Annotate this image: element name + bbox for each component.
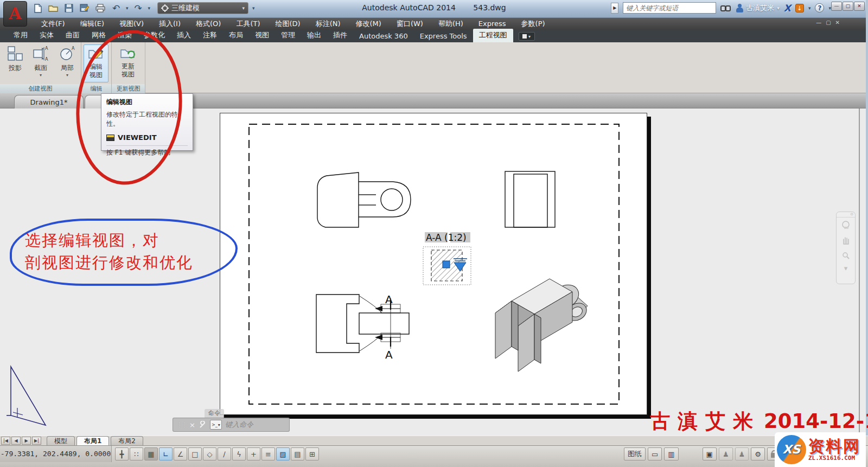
dynamic-input-button[interactable]: + (247, 447, 260, 460)
wrench-icon[interactable] (199, 421, 207, 429)
help-icon[interactable]: ? (815, 3, 824, 12)
quick-properties-button[interactable]: ▤ (291, 447, 304, 460)
top-view[interactable] (317, 172, 411, 227)
object-snap-button[interactable]: □ (188, 447, 202, 460)
menu-draw[interactable]: 绘图(D) (268, 18, 308, 30)
side-view[interactable] (505, 171, 555, 227)
dynamic-ucs-button[interactable]: ϟ (232, 447, 246, 460)
tab-layout[interactable]: 布局 (223, 29, 249, 42)
menu-insert[interactable]: 插入(I) (151, 18, 188, 30)
update-view-button[interactable]: 更新视图 (116, 44, 141, 82)
redo-dropdown-icon[interactable]: ▾ (148, 5, 151, 11)
projection-view-button[interactable]: 投影 (3, 44, 28, 82)
section-dropdown-icon[interactable]: ▾ (40, 73, 42, 78)
grip-square[interactable] (443, 261, 450, 268)
transparency-button[interactable]: ▨ (276, 447, 290, 460)
command-line[interactable]: ⋮⋮ × >_▾ 键入命令 (173, 418, 290, 432)
menu-express[interactable]: Express (471, 18, 514, 30)
application-menu-button[interactable]: A (3, 1, 27, 27)
menu-dimension[interactable]: 标注(N) (308, 18, 348, 30)
section-view[interactable] (423, 247, 471, 285)
front-view[interactable]: A A (316, 293, 409, 361)
redo-button[interactable]: ↷ (132, 2, 144, 14)
minimize-button[interactable]: — (831, 2, 842, 11)
command-input[interactable]: 键入命令 (225, 420, 253, 430)
file-tab-drawing1[interactable]: Drawing1* (14, 95, 84, 108)
mdi-restore-icon[interactable]: ▢ (826, 20, 831, 25)
edit-view-button[interactable]: 编辑视图 (84, 44, 108, 82)
menu-tools[interactable]: 工具(T) (228, 18, 267, 30)
lineweight-button[interactable]: ≡ (261, 447, 275, 460)
tab-view[interactable]: 视图 (249, 29, 275, 42)
save-as-button[interactable] (79, 2, 91, 14)
tab-parametric[interactable]: 参数化 (138, 29, 171, 42)
search-input[interactable] (623, 2, 716, 14)
close-button[interactable]: ✕ (854, 2, 865, 11)
menu-modify[interactable]: 修改(M) (348, 18, 389, 30)
grid-display-button[interactable]: ▦ (144, 447, 158, 460)
infocenter-collapse-button[interactable]: ▶ (611, 3, 618, 14)
tab-insert[interactable]: 插入 (171, 29, 197, 42)
prev-tab-button[interactable]: ◀ (11, 437, 21, 445)
command-close-icon[interactable]: × (189, 421, 195, 429)
search-icon[interactable] (720, 4, 731, 12)
tab-output[interactable]: 输出 (301, 29, 327, 42)
menu-edit[interactable]: 编辑(E) (73, 18, 112, 30)
undo-dropdown-icon[interactable]: ▾ (126, 5, 129, 11)
command-drag-handle[interactable]: ⋮⋮ (176, 421, 186, 428)
3d-object-snap-button[interactable]: ◇ (203, 447, 216, 460)
tab-mesh[interactable]: 网格 (86, 29, 112, 42)
tab-layout1[interactable]: 布局1 (76, 436, 109, 445)
download-apps-icon[interactable]: ↓ (795, 4, 804, 12)
menu-view[interactable]: 视图(V) (112, 18, 151, 30)
isometric-view[interactable] (495, 279, 590, 372)
ortho-mode-button[interactable]: ∟ (159, 447, 173, 460)
menu-help[interactable]: 帮助(H) (431, 18, 471, 30)
detail-view-button[interactable]: A 局部 ▾ (55, 44, 80, 82)
plot-button[interactable] (94, 2, 106, 14)
menu-window[interactable]: 窗口(W) (389, 18, 431, 30)
tab-express-tools[interactable]: Express Tools (414, 30, 473, 42)
menu-file[interactable]: 文件(F) (34, 18, 73, 30)
zoom-icon[interactable] (837, 248, 855, 263)
section-view-label[interactable]: A-A (1:2) (425, 232, 470, 243)
workspace-switching-button[interactable]: ⚙ (751, 447, 765, 460)
exchange-dropdown-icon[interactable]: ▾ (808, 5, 811, 11)
tab-autodesk360[interactable]: Autodesk 360 (353, 30, 414, 42)
panel-label-create-view[interactable]: 创建视图 (0, 84, 81, 93)
panel-label-edit[interactable]: 编辑 (81, 84, 111, 93)
section-view-button[interactable]: A A 截面 ▾ (28, 44, 53, 82)
tab-plugins[interactable]: 插件 (327, 29, 353, 42)
tab-render[interactable]: 渲染 (112, 29, 138, 42)
open-file-button[interactable] (47, 2, 59, 14)
pan-hand-icon[interactable] (837, 233, 855, 248)
exchange-apps-icon[interactable]: X (784, 3, 791, 14)
panel-label-update-view[interactable]: 更新视图 (112, 84, 145, 93)
tab-solid[interactable]: 实体 (34, 29, 60, 42)
object-snap-tracking-button[interactable]: ∕ (218, 447, 231, 460)
tab-annotate[interactable]: 注释 (197, 29, 223, 42)
quick-view-drawings-button[interactable]: ▭ (648, 447, 662, 460)
tab-layout2[interactable]: 布局2 (111, 436, 143, 445)
steering-wheel-icon[interactable]: 2D (837, 217, 855, 233)
next-tab-button[interactable]: ▶ (22, 437, 31, 445)
navbar-close-icon[interactable]: ⊖ (837, 212, 855, 217)
tab-model[interactable]: 模型 (47, 436, 75, 445)
annotation-visibility-button[interactable]: ♟ (719, 447, 733, 460)
tab-surface[interactable]: 曲面 (60, 29, 86, 42)
mdi-minimize-icon[interactable]: — (816, 20, 821, 25)
maximize-button[interactable]: ▢ (843, 2, 853, 11)
snap-mode-button[interactable]: ∷ (130, 447, 143, 460)
tab-manage[interactable]: 管理 (275, 29, 301, 42)
menu-format[interactable]: 格式(O) (188, 18, 228, 30)
qat-menu-icon[interactable]: ▾ (252, 5, 255, 11)
selection-cycling-button[interactable]: ⊞ (305, 447, 319, 460)
new-file-button[interactable] (31, 2, 43, 14)
last-tab-button[interactable]: ▶| (32, 437, 41, 445)
infer-constraints-button[interactable]: ╋ (115, 447, 129, 460)
undo-button[interactable]: ↶ (110, 2, 122, 14)
navbar-more-icon[interactable]: ▾ (837, 263, 855, 273)
polar-tracking-button[interactable]: ∠ (174, 447, 187, 460)
ribbon-minimize-button[interactable]: ▾ (519, 32, 535, 41)
save-button[interactable] (63, 2, 75, 14)
